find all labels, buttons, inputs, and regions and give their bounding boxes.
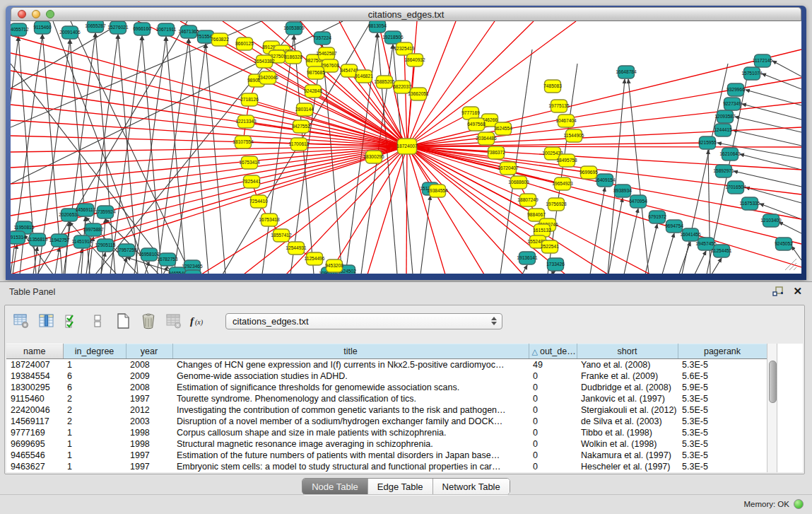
network-edge[interactable] [13,245,17,274]
network-node[interactable]: 16210643 [719,148,741,160]
network-edge-selected[interactable] [367,146,407,274]
network-node[interactable]: 16648784 [616,66,637,78]
network-node[interactable]: 15892971 [713,165,734,177]
network-edge[interactable] [157,39,189,274]
network-edge[interactable] [55,247,59,274]
network-node-selected[interactable]: 19756928 [546,198,567,211]
network-edge-selected[interactable] [407,21,456,146]
network-node-selected[interactable]: 11700612 [289,138,310,151]
column-header-name[interactable]: name [6,344,63,359]
row-height-icon[interactable] [87,310,108,332]
network-node-selected[interactable]: 13662051 [408,88,429,100]
network-node-selected[interactable]: 9453208 [325,259,343,272]
network-node[interactable]: 16782753 [157,253,178,266]
tab-edge-table[interactable]: Edge Table [368,479,433,494]
network-node-selected[interactable]: 16543382 [254,55,275,68]
network-edge[interactable] [708,150,710,274]
table-row[interactable]: 1872400712008Changes of HCN gene express… [6,359,767,370]
column-header-title[interactable]: title [172,344,529,359]
network-node[interactable]: 6966160 [133,23,151,35]
resize-grip-icon[interactable] [794,267,796,270]
network-edge-selected[interactable] [407,127,801,146]
network-edge[interactable] [590,187,605,274]
network-node-selected[interactable]: 16753418 [259,214,280,226]
network-node[interactable]: 16409154 [594,174,616,187]
network-node-selected[interactable]: 9875685 [307,66,325,79]
network-edge[interactable] [645,224,657,274]
network-canvas[interactable]: 1405571291154602009140610655287152760216… [11,21,801,274]
network-edge[interactable] [189,39,208,274]
network-node-selected[interactable]: 7254410 [249,195,268,208]
network-node[interactable]: 7357224 [313,32,331,45]
network-node-selected[interactable]: 2522541 [541,240,559,253]
network-edge[interactable] [712,258,722,274]
network-edge[interactable] [733,130,801,146]
network-edge[interactable] [522,265,527,274]
network-node[interactable]: 8215955 [698,136,717,149]
network-node-selected[interactable]: 9146821 [355,70,373,83]
network-node-selected[interactable]: 19384554 [427,185,448,197]
network-edge[interactable] [679,242,690,274]
table-row[interactable]: 1830029562008Estimation of significance … [6,382,767,393]
network-node[interactable]: 1733426 [546,258,565,271]
table-scrollbar-thumb[interactable] [769,361,777,403]
network-node[interactable]: 15276021 [107,21,129,34]
table-row[interactable]: 977716911998Corpus callosum shape and si… [6,427,767,438]
table-row[interactable]: 1456911722003Disruption of a novel membe… [6,416,767,427]
network-node[interactable]: 11172145 [753,54,773,67]
table-row[interactable]: 946362711997Embryonic stem cells: a mode… [6,461,767,472]
network-edge[interactable] [662,233,674,274]
new-file-icon[interactable] [112,310,134,332]
network-node[interactable]: 9245052 [775,238,793,250]
network-node-selected[interactable]: 2803144 [295,103,314,116]
network-node-selected[interactable]: 8186328 [284,51,302,64]
show-column-icon[interactable] [36,310,57,332]
network-node-selected[interactable]: 7663822 [211,33,229,46]
network-node-selected[interactable]: 11254496 [305,252,325,265]
network-edge[interactable] [695,251,706,274]
network-node[interactable]: 10655287 [85,21,106,33]
network-node[interactable]: 19975887 [83,223,104,236]
network-node-selected[interactable]: 18807249 [517,194,539,206]
column-header-in_degree[interactable]: in_degree [63,344,126,359]
network-edge-selected[interactable] [407,49,801,146]
network-node-selected[interactable]: 2718126 [240,93,259,106]
network-node[interactable]: 1244415 [714,124,732,136]
network-edge[interactable] [65,222,69,274]
network-node[interactable]: 17016504 [725,181,746,194]
network-edge-selected[interactable] [11,120,407,146]
network-node[interactable]: 3915314 [11,231,26,244]
network-node-selected[interactable]: 8660125 [235,37,254,50]
network-edge-selected[interactable] [244,146,407,274]
network-node[interactable]: 8938934 [613,185,632,197]
network-node-selected[interactable]: 7485083 [543,80,562,93]
network-node-selected[interactable]: 15885205 [374,76,395,88]
network-node[interactable]: 9463627 [184,270,202,274]
network-node-selected[interactable]: 18300295 [363,151,384,163]
network-node[interactable]: 9115460 [33,21,52,34]
network-node[interactable]: 6470954 [629,195,647,208]
network-node-selected[interactable]: 18640932 [404,54,425,66]
column-header-year[interactable]: year [126,344,172,359]
table-row[interactable]: 1938455462009Genome-wide association stu… [6,370,767,382]
table-scrollbar[interactable] [767,344,777,472]
network-node[interactable]: 12905115 [95,239,116,252]
network-node-selected[interactable]: 3624554 [494,122,512,135]
column-header-out_de[interactable]: △out_de… [529,344,577,359]
network-edge[interactable] [206,44,225,274]
network-edge-selected[interactable] [201,146,407,274]
delete-icon[interactable] [138,310,159,332]
network-node[interactable]: 11942757 [49,234,70,247]
network-node-selected[interactable]: 20364486 [476,132,497,145]
network-edge-selected[interactable] [406,146,407,274]
network-node-selected[interactable]: 6497568 [467,118,486,131]
network-edge[interactable] [608,198,623,274]
network-node[interactable]: 11254451 [712,245,732,257]
table-row[interactable]: 911546021997Tourette syndrome. Phenomeno… [6,393,767,404]
minimize-button[interactable] [32,10,40,18]
network-window-titlebar[interactable]: citations_edges.txt [11,7,801,21]
table-row[interactable]: 969969511998Structural magnetic resonanc… [6,438,767,450]
network-edge-selected[interactable] [11,146,407,263]
network-node[interactable]: 9465546 [168,267,187,274]
select-rows-icon[interactable] [61,310,83,332]
